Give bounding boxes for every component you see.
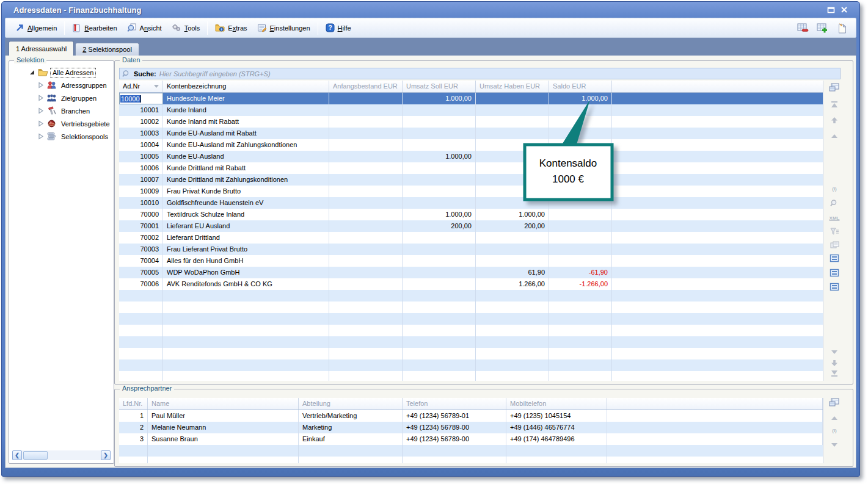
- cell-adnr: 70003: [119, 244, 163, 255]
- tree-item-alle-adressen[interactable]: Alle Adressen: [12, 66, 111, 79]
- cell-abteilung: Einkauf: [299, 433, 403, 445]
- table-row[interactable]: 10007 Kunde Drittland mit Zahlungskondit…: [119, 174, 823, 186]
- tab-selektionspool[interactable]: 2 Selektionspool: [75, 43, 139, 56]
- page-up-icon[interactable]: [828, 115, 841, 126]
- column-chooser-icon[interactable]: [828, 82, 841, 93]
- table-row[interactable]: 70006 AVK Renditefonds GmbH & CO KG 1.26…: [119, 278, 823, 290]
- table-add-icon[interactable]: [815, 22, 829, 34]
- card-view-icon[interactable]: [828, 253, 841, 264]
- tree-collapsed-icon[interactable]: [37, 120, 44, 127]
- new-document-icon[interactable]: [835, 22, 848, 34]
- column-header-telefon[interactable]: Telefon: [403, 398, 506, 410]
- cell-kontenbezeichnung: Lieferant EU Ausland: [163, 220, 329, 232]
- cell-kontenbezeichnung: Kunde Inland mit Rabatt: [163, 116, 329, 128]
- scrollbar-thumb[interactable]: [23, 451, 48, 460]
- table-row[interactable]: 10005 Kunde EU-Ausland 1.000,00: [119, 151, 823, 162]
- menu-tools[interactable]: Tools: [167, 21, 205, 34]
- menu-bearbeiten[interactable]: Bearbeiten: [67, 21, 122, 34]
- cell-adnr: 10005: [119, 151, 163, 162]
- app-window: Adressdaten - Finanzbuchhaltung Allgemei…: [1, 1, 860, 477]
- xml-export-icon[interactable]: XML: [828, 212, 841, 223]
- list-item[interactable]: 1 Paul Müller Vertrieb/Marketing +49 (12…: [119, 410, 823, 422]
- row-down-icon[interactable]: [828, 347, 841, 358]
- card-view-icon[interactable]: [828, 281, 841, 292]
- column-header-name[interactable]: Name: [148, 398, 299, 410]
- tree-expanded-icon[interactable]: [29, 69, 35, 76]
- close-window-icon[interactable]: [837, 4, 851, 15]
- table-row[interactable]: 10010 Goldfischfreunde Hauenstein eV: [119, 197, 823, 209]
- scroll-right-icon[interactable]: ❯: [101, 450, 111, 460]
- cell-anfangsbestand: [329, 209, 403, 220]
- table-row[interactable]: 70005 WDP WoDaPhon GmbH 61,90 -61,90: [119, 267, 823, 278]
- search-icon: [122, 70, 131, 78]
- cell-anfangsbestand: [329, 139, 403, 151]
- tree-item-zielgruppen[interactable]: Zielgruppen: [12, 92, 111, 104]
- table-row[interactable]: 70004 Alles für den Hund GmbH: [119, 255, 823, 267]
- menu-einstellungen[interactable]: Einstellungen: [252, 21, 315, 34]
- table-row[interactable]: 10002 Kunde Inland mit Rabatt: [119, 116, 823, 128]
- toolbar-separator: [318, 21, 318, 35]
- search-input[interactable]: [159, 70, 837, 78]
- scroll-to-bottom-icon[interactable]: [828, 368, 841, 379]
- cell-saldo: [549, 174, 612, 186]
- tree-item-vertriebsgebiete[interactable]: Vertriebsgebiete: [12, 117, 111, 130]
- zoom-search-icon[interactable]: [828, 198, 841, 209]
- tree-collapsed-icon[interactable]: [37, 82, 44, 88]
- table-row[interactable]: 70003 Frau Lieferant Privat Brutto: [119, 244, 823, 255]
- column-chooser-icon[interactable]: [828, 397, 841, 408]
- cell-umsatz-haben: [476, 151, 549, 162]
- filter-icon[interactable]: [828, 226, 841, 237]
- scroll-left-icon[interactable]: ❮: [12, 450, 22, 460]
- menu-extras[interactable]: i Extras: [210, 21, 252, 34]
- column-header-mobiltelefon[interactable]: Mobiltelefon: [506, 398, 607, 410]
- tree-collapsed-icon[interactable]: [37, 95, 44, 101]
- table-row[interactable]: 70002 Lieferant Drittland: [119, 232, 823, 244]
- table-row[interactable]: 10004 Kunde EU-Ausland mit Zahlungskondt…: [119, 139, 823, 151]
- tree-horizontal-scrollbar[interactable]: ❮ ❯: [12, 450, 111, 460]
- tab-adressauswahl[interactable]: 1 Adressauswahl: [9, 41, 74, 56]
- card-view-icon[interactable]: [828, 267, 841, 278]
- table-row[interactable]: 10003 Kunde EU-Ausland mit Rabatt: [119, 128, 823, 139]
- content-area: Selektion Alle Adressen Adressgruppen Zi…: [5, 56, 856, 468]
- table-row[interactable]: 10001 Kunde Inland: [119, 104, 823, 116]
- cell-anfangsbestand: [329, 186, 403, 197]
- table-row[interactable]: 10000 Hundeschule Meier 1.000,00 1.000,0…: [119, 93, 823, 104]
- column-header-lfdnr[interactable]: Lfd.Nr.: [119, 398, 148, 410]
- column-header-abteilung[interactable]: Abteilung: [299, 398, 403, 410]
- expression-icon[interactable]: (I): [828, 183, 841, 194]
- menu-hilfe[interactable]: ? Hilfe: [321, 21, 356, 34]
- cell-kontenbezeichnung: Kunde EU-Ausland mit Zahlungskondtionen: [163, 139, 329, 151]
- table-row[interactable]: 10006 Kunde Drittland mit Rabatt: [119, 162, 823, 174]
- tree-item-branchen[interactable]: Branchen: [12, 104, 111, 117]
- row-up-icon[interactable]: [828, 131, 841, 142]
- row-up-icon[interactable]: [828, 413, 841, 424]
- column-header-anfangsbestand[interactable]: Anfangsbestand EUR: [329, 81, 403, 92]
- scroll-to-top-icon[interactable]: [828, 99, 841, 110]
- tree-item-adressgruppen[interactable]: Adressgruppen: [12, 79, 111, 92]
- column-header-umsatz-haben[interactable]: Umsatz Haben EUR: [476, 81, 549, 92]
- table-row[interactable]: 70001 Lieferant EU Ausland 200,00 200,00: [119, 220, 823, 232]
- tree-collapsed-icon[interactable]: [37, 107, 44, 114]
- edit-pen-icon: [72, 23, 81, 32]
- list-item[interactable]: 2 Melanie Neumann Marketing +49 (1234) 5…: [119, 422, 823, 433]
- column-header-umsatz-soll[interactable]: Umsatz Soll EUR: [403, 81, 476, 92]
- magnifier-document-icon: [127, 23, 137, 32]
- tree-collapsed-icon[interactable]: [37, 133, 44, 140]
- cell-kontenbezeichnung: Kunde Drittland mit Zahlungskonditionen: [163, 174, 329, 186]
- cell-anfangsbestand: [329, 197, 403, 209]
- tree-item-selektionspools[interactable]: Selektionspools: [12, 130, 111, 143]
- expression-icon[interactable]: (I): [828, 425, 841, 436]
- page-down-icon[interactable]: [828, 358, 841, 369]
- column-header-kontenbezeichnung[interactable]: Kontenbezeichnung: [163, 81, 329, 92]
- column-header-saldo[interactable]: Saldo EUR: [549, 81, 612, 92]
- copy-view-icon[interactable]: [828, 239, 841, 250]
- table-row[interactable]: 70000 Textildruck Schulze Inland 1.000,0…: [119, 209, 823, 220]
- menu-allgemein[interactable]: Allgemein: [10, 21, 62, 34]
- table-row[interactable]: 10009 Frau Privat Kunde Brutto: [119, 186, 823, 197]
- row-down-icon[interactable]: [828, 439, 841, 450]
- menu-ansicht[interactable]: Ansicht: [122, 21, 167, 34]
- list-item[interactable]: 3 Susanne Braun Einkauf +49 (1234) 56789…: [119, 433, 823, 445]
- restore-window-icon[interactable]: [824, 4, 837, 15]
- table-remove-icon[interactable]: [796, 22, 809, 34]
- column-header-adnr[interactable]: Ad.Nr: [119, 81, 163, 92]
